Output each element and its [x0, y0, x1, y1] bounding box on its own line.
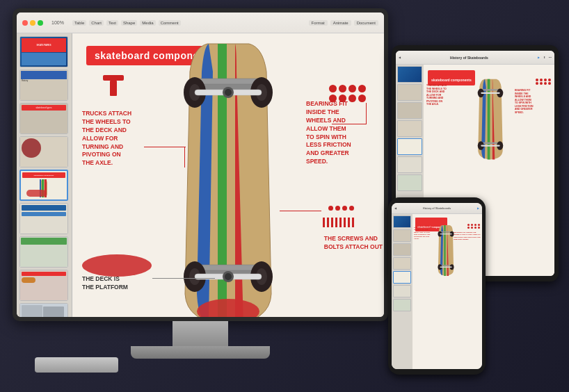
add-shape-btn[interactable]: Shape	[121, 20, 137, 26]
animate-btn[interactable]: Animate	[330, 20, 351, 26]
monitor-stand-neck	[173, 321, 228, 349]
phone-thumb-7[interactable]	[393, 299, 411, 311]
screw-line-7	[348, 218, 350, 227]
trucks-line-v	[184, 147, 185, 168]
format-btn[interactable]: Format	[309, 20, 328, 26]
phone-toolbar: ◀ History of Skateboards ▶	[392, 203, 482, 214]
tablet-thumb-6[interactable]	[397, 156, 422, 173]
tablet-thumb-3[interactable]	[397, 102, 422, 119]
tablet-thumb-7[interactable]	[397, 174, 422, 191]
slide-thumb-5[interactable]: skateboard components	[19, 170, 68, 201]
minimize-button[interactable]	[30, 20, 35, 26]
mac-mini	[35, 357, 118, 373]
tablet-slide-title: skateboard components	[431, 78, 472, 82]
phone-slide-panel[interactable]	[392, 214, 412, 369]
slide-thumb-2[interactable]: History	[19, 70, 68, 101]
screw-line-1	[323, 218, 325, 227]
screw-line-5	[339, 218, 342, 227]
skateboard-illustration	[159, 37, 298, 317]
tablet-thumb-2[interactable]	[397, 84, 422, 101]
screw-dot-2	[335, 206, 340, 211]
phone-content: skateboard components	[392, 214, 482, 369]
slide-thumb-3[interactable]: skateboard types	[19, 103, 68, 134]
zoom-level: 100%	[51, 20, 64, 25]
bearing-dot-4	[358, 85, 366, 92]
phone-thumb-2[interactable]	[393, 229, 411, 242]
screw-line-8	[352, 218, 354, 227]
slide-thumb-6[interactable]	[19, 203, 68, 234]
phone-skateboard	[433, 222, 458, 278]
screw-line-6	[344, 218, 346, 227]
monitor-screen: 100% Table Chart Text Shape Media Commen…	[17, 13, 384, 317]
phone-bearings-dots	[467, 224, 481, 229]
toolbar-buttons: Table Chart Text Shape Media Comment	[72, 20, 181, 26]
phone: ◀ History of Skateboards ▶ skateboard co…	[388, 197, 486, 378]
add-text-btn[interactable]: Text	[106, 20, 118, 26]
bearing-dot-3	[348, 85, 356, 92]
tablet-trucks-text: TRUCKS ATTACHTHE WHEELS TOTHE DECK ANDAL…	[426, 84, 453, 106]
monitor-bezel: 100% Table Chart Text Shape Media Commen…	[13, 8, 388, 321]
phone-play-icon[interactable]: ▶	[477, 207, 479, 210]
screws-text: THE SCREWS ANDBOLTS ATTACH OUT	[324, 235, 383, 252]
slide-panel[interactable]: SKATE PARKS History	[17, 33, 72, 317]
phone-thumb-1[interactable]	[393, 215, 411, 228]
slide-thumb-4[interactable]	[19, 136, 68, 168]
close-button[interactable]	[22, 20, 28, 26]
phone-screen: ◀ History of Skateboards ▶ skateboard co…	[392, 203, 482, 369]
screws-dots	[328, 206, 355, 211]
monitor-stand-base	[131, 346, 270, 359]
svg-point-18	[225, 273, 232, 280]
toolbar: 100% Table Chart Text Shape Media Commen…	[17, 13, 384, 33]
tablet-bearings-dots	[536, 79, 552, 85]
bearing-dot-2	[339, 85, 346, 92]
screw-line-3	[331, 218, 333, 227]
phone-thumb-6[interactable]	[393, 285, 411, 297]
deck-line	[152, 278, 215, 279]
phone-thumb-4[interactable]	[393, 257, 411, 270]
slide-thumb-9[interactable]	[19, 303, 68, 317]
tablet-back-icon: ◀	[399, 56, 401, 59]
trucks-annotation: TRUCKS ATTACHTHE WHEELS TOTHE DECK ANDAL…	[82, 117, 145, 168]
trucks-line	[144, 147, 186, 147]
phone-main-slide: skateboard components	[412, 214, 482, 369]
slide-thumb-8[interactable]	[19, 270, 68, 301]
deck-text: THE DECK ISTHE PLATFORM	[82, 275, 128, 292]
tablet-thumb-5[interactable]	[397, 138, 422, 155]
add-comment-btn[interactable]: Comment	[159, 20, 181, 26]
maximize-button[interactable]	[38, 20, 43, 26]
phone-thumb-3[interactable]	[393, 243, 411, 256]
phone-thumb-5[interactable]	[393, 271, 411, 284]
screws-line	[280, 211, 321, 211]
main-slide: skateboard components	[72, 33, 384, 317]
svg-rect-30	[440, 234, 451, 234]
tablet-thumb-4[interactable]	[397, 120, 422, 137]
tablet-slide-title-box: skateboard components	[428, 70, 475, 85]
svg-rect-34	[440, 267, 451, 268]
tablet-more-icon[interactable]: •••	[549, 56, 552, 59]
phone-bearings-text: BEARINGS FIT INSIDE THE WHEELS AND ALLOW…	[454, 231, 481, 240]
tablet-toolbar: ◀ History of Skateboards ▶ ⬆ •••	[396, 51, 554, 65]
tablet-skateboard	[470, 77, 511, 161]
monitor: 100% Table Chart Text Shape Media Commen…	[13, 8, 402, 370]
phone-title: History of Skateboards	[396, 206, 477, 210]
screw-dot-4	[349, 206, 354, 211]
right-toolbar: Format Animate Document	[309, 20, 378, 26]
content-area: SKATE PARKS History	[17, 33, 384, 317]
add-media-btn[interactable]: Media	[140, 20, 155, 26]
bearings-text: BEARINGS FITINSIDE THEWHEELS ANDALLOW TH…	[306, 100, 383, 166]
tablet-bearings-text: BEARING FITINSIDE THEWHEELS ANDALLOW THE…	[515, 89, 553, 114]
add-chart-btn[interactable]: Chart	[89, 20, 104, 26]
slide-thumb-1[interactable]: SKATE PARKS	[19, 36, 68, 67]
tablet-thumb-1[interactable]	[397, 66, 422, 83]
tablet-play-icon[interactable]: ▶	[538, 56, 540, 59]
screw-line-2	[327, 218, 329, 227]
deck-illustration	[82, 254, 152, 277]
slide-thumb-7[interactable]	[19, 236, 68, 268]
screw-dot-1	[328, 206, 333, 211]
add-table-btn[interactable]: Table	[72, 20, 86, 26]
tablet-share-icon[interactable]: ⬆	[543, 56, 545, 59]
screw-dot-3	[342, 206, 347, 211]
document-btn[interactable]: Document	[354, 20, 378, 26]
svg-rect-26	[481, 145, 499, 146]
phone-trucks-text: TRUCKS ATTACH THE WHEELS TO THE DECK AND…	[414, 227, 433, 240]
